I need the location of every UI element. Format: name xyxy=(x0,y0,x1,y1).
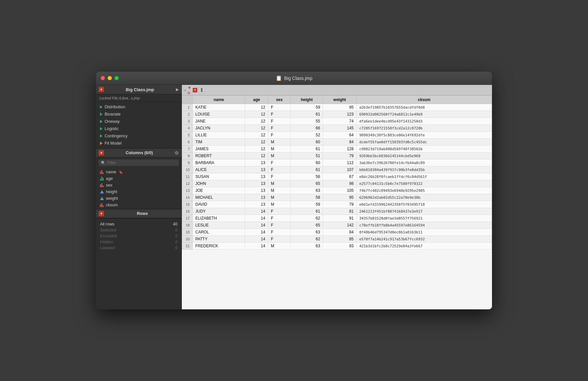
cell-height: 63 xyxy=(291,243,323,250)
columns-gear-icon[interactable]: ⚙ xyxy=(175,150,179,156)
column-item-height[interactable]: height xyxy=(96,189,181,195)
oneway-arrow-icon xyxy=(100,120,103,123)
table-row[interactable]: 1 KATIE 12 F 59 95 a2b3ef19857b10357655d… xyxy=(182,104,492,111)
col-header-name[interactable]: name xyxy=(193,96,245,104)
column-filter-box[interactable]: 🔍 xyxy=(99,159,179,166)
cell-name: ALICE xyxy=(193,166,245,173)
table-row[interactable]: 14 MICHAEL 13 M 58 95 6296962d2ab02d55c2… xyxy=(182,194,492,201)
cell-age: 13 xyxy=(245,201,268,208)
maximize-button[interactable] xyxy=(114,76,119,80)
col-header-height[interactable]: height xyxy=(291,96,323,104)
column-item-sex[interactable]: sex xyxy=(96,182,181,189)
cell-age: 13 xyxy=(245,180,268,187)
table-row[interactable]: 2 LOUISE 12 F 61 123 690932d082560f724a6… xyxy=(182,111,492,118)
cell-age: 12 xyxy=(245,139,268,146)
table-row[interactable]: 18 LESLIE 14 F 65 142 c78effb18ffb8b4a45… xyxy=(182,222,492,229)
table-row[interactable]: 15 DAVID 13 M 59 79 e0d1efd319962442358f… xyxy=(182,201,492,208)
table-row[interactable]: 16 JUDY 14 F 61 81 2461213f451bf88741684… xyxy=(182,208,492,215)
window-controls xyxy=(101,76,119,80)
rows-excluded: Excluded 0 xyxy=(100,233,178,239)
cell-cksum: 9090349c30f5c883ce06e14f692dfe xyxy=(356,132,492,139)
cell-age: 14 xyxy=(245,243,268,250)
menu-item-bivariate[interactable]: Bivariate xyxy=(96,111,181,118)
table-row[interactable]: 12 JOHN 13 M 65 98 e2577c04131c5b0c7e758… xyxy=(182,180,492,187)
cell-cksum: a2b3ef19857b10357655dacdfdf0d8 xyxy=(356,104,492,111)
cell-age: 12 xyxy=(245,111,268,118)
cell-weight: 85 xyxy=(323,236,357,243)
table-row[interactable]: 8 ROBERT 12 M 51 79 9269bb3bc60366245144… xyxy=(182,153,492,159)
table-row[interactable]: 7 JAMES 12 M 61 128 c90823d719ab488d5697… xyxy=(182,146,492,153)
cell-name: ROBERT xyxy=(193,153,245,159)
row-num: 20 xyxy=(182,236,193,243)
columns-section-header: ▼ Columns (6/0) ⚙ xyxy=(96,148,181,157)
height-column-icon xyxy=(100,190,104,193)
column-item-weight[interactable]: weight xyxy=(96,195,181,202)
rows-labeled: Labeled 0 xyxy=(100,245,178,251)
sidebar-dropdown[interactable]: ▼ xyxy=(99,87,104,92)
cell-sex: F xyxy=(268,118,290,125)
row-num: 18 xyxy=(182,222,193,229)
sigma-button[interactable]: Σ xyxy=(199,87,205,93)
rows-selected-label: Selected xyxy=(100,228,116,232)
cell-weight: 123 xyxy=(323,111,357,118)
col-header-weight[interactable]: weight xyxy=(323,96,357,104)
main-window: 📋 Big Class.jmp ▼ Big Class.jmp ▶ Locked… xyxy=(96,72,492,309)
column-filter-input[interactable] xyxy=(107,160,177,165)
minimize-button[interactable] xyxy=(108,76,112,80)
table-row[interactable]: 20 PATTY 14 F 62 85 e578f7a14b241c917a53… xyxy=(182,236,492,243)
titlebar-title: 📋 Big Class.jmp xyxy=(276,75,312,81)
menu-item-logistic[interactable]: Logistic xyxy=(96,125,181,132)
cell-sex: F xyxy=(268,132,290,139)
table-row[interactable]: 19 CAROL 14 F 63 84 8f40b46d795347d0ec0b… xyxy=(182,229,492,236)
close-button[interactable] xyxy=(101,76,105,80)
table-row[interactable]: 9 BARBARA 13 F 60 112 3ab36e7c39626780fe… xyxy=(182,159,492,166)
col-header-age[interactable]: age xyxy=(245,96,268,104)
locked-file-label: Locked File /Libra...s.jmp xyxy=(96,94,181,102)
cell-sex: F xyxy=(268,208,290,215)
cell-height: 61 xyxy=(291,208,323,215)
row-num: 11 xyxy=(182,173,193,180)
table-row[interactable]: 10 ALICE 13 F 61 107 b6b818304a439f91fc9… xyxy=(182,166,492,173)
col-header-rownum xyxy=(182,96,193,104)
age-column-icon xyxy=(100,177,104,181)
table-row[interactable]: 21 FREDERICK 14 M 63 93 421b3d1bfc2b8c72… xyxy=(182,243,492,250)
bivariate-label: Bivariate xyxy=(105,112,121,117)
file-icon: 📋 xyxy=(276,75,282,81)
table-row[interactable]: 6 TIM 12 M 60 84 dcdef55fae0dff158393fd0… xyxy=(182,139,492,146)
cell-sex: F xyxy=(268,111,290,118)
rows-dropdown[interactable]: ▼ xyxy=(99,211,104,216)
table-row[interactable]: 3 JANE 12 F 55 74 dfa6ee1dee4bcd95e43f14… xyxy=(182,118,492,125)
col-header-sex[interactable]: sex xyxy=(268,96,290,104)
table-row[interactable]: 4 JACLYN 12 F 66 145 c7205f169721558f3cd… xyxy=(182,125,492,132)
columns-dropdown[interactable]: ▼ xyxy=(99,150,104,156)
menu-item-distribution[interactable]: Distribution xyxy=(96,103,181,111)
column-list: name 🔖 age sex xyxy=(96,168,181,209)
menu-item-contingency[interactable]: Contingency xyxy=(96,132,181,140)
menu-item-fit-model[interactable]: Fit Model xyxy=(96,140,181,147)
row-num: 14 xyxy=(182,194,193,201)
menu-items-list: Distribution Bivariate Oneway Logistic C… xyxy=(96,102,181,148)
cell-cksum: e578f7a14b241c917a53b67fcc6932 xyxy=(356,236,492,243)
back-arrow-icon[interactable]: ◀ xyxy=(183,88,186,92)
data-table-container[interactable]: name age sex height weight cksum 1 KATIE… xyxy=(182,95,492,309)
column-note-icon: 🔖 xyxy=(119,170,123,174)
cell-name: JUDY xyxy=(193,208,245,215)
column-item-name[interactable]: name 🔖 xyxy=(96,169,181,175)
table-dropdown-btn[interactable]: ▼ xyxy=(193,88,197,92)
row-num: 21 xyxy=(182,243,193,250)
table-filter-icon[interactable]: ▼▤ xyxy=(187,86,191,95)
column-item-age[interactable]: age xyxy=(96,175,181,182)
menu-item-oneway[interactable]: Oneway xyxy=(96,118,181,125)
table-row[interactable]: 13 JOE 13 M 63 105 f4b7fc402c09493e6948e… xyxy=(182,187,492,194)
table-row[interactable]: 5 LILLIE 12 F 52 64 9090349c30f5c883ce06… xyxy=(182,132,492,139)
cell-height: 60 xyxy=(291,159,323,166)
fit-model-arrow-icon xyxy=(100,142,103,145)
col-header-cksum[interactable]: cksum xyxy=(356,96,492,104)
column-item-cksum[interactable]: cksum xyxy=(96,202,181,208)
table-row[interactable]: 17 ELIZABETH 14 F 62 91 34357b81528d8fae… xyxy=(182,215,492,222)
sidebar-nav-arrow[interactable]: ▶ xyxy=(176,87,179,92)
cell-name: JOHN xyxy=(193,180,245,187)
table-row[interactable]: 11 SUSAN 13 F 56 67 e8dc26b28f0fcaeb1ffd… xyxy=(182,173,492,180)
row-num: 12 xyxy=(182,180,193,187)
row-num: 15 xyxy=(182,201,193,208)
